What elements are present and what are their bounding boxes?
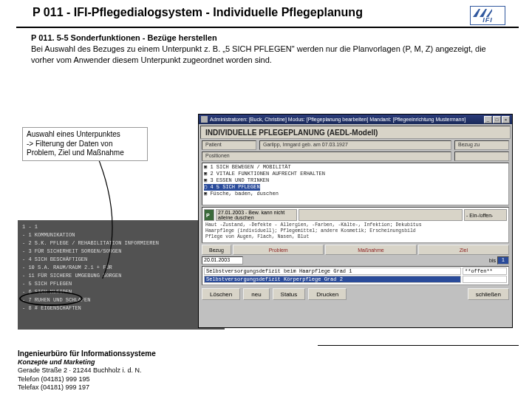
tree-row[interactable]: ▣ 3 ESSEN UND TRINKEN [204,177,507,184]
tree-row[interactable]: ▣ Füsche, baden, duschen [204,191,507,197]
app-icon [201,116,208,123]
detail-text: Haut -Zustand, -Defekte - Allergien, -Fa… [204,222,507,241]
footer-company: Ingenieurbüro für Informationssysteme [18,349,156,359]
tree-row[interactable]: ▣ 1 SICH BEWEGEN / MOBILITÄT [204,164,507,171]
tree-row[interactable]: ▢ 4 5 SICH PFLEGEN [204,184,507,191]
p-date: 27.01.2003 - Bew. kann nicht alleine dus… [216,209,297,221]
date-from[interactable]: 20.01.2003 [202,256,243,265]
paragraph: Bei Auswahl des Bezuges zu einem Unterpu… [31,44,510,66]
footer-dept: Konzepte und Marketing [18,358,156,366]
close-button[interactable]: × [502,116,510,123]
bezug-label: Bezug zu [454,140,509,150]
p-letter: P [204,209,214,221]
window-title: Administratoren: [Buck, Christine] Modus… [210,117,466,122]
tab-bezug[interactable]: Bezug [202,245,231,255]
ifi-logo: IFI [470,6,505,25]
page-number[interactable]: 1 [497,256,509,265]
detail-panel: P 27.01.2003 - Bew. kann nicht alleine d… [202,207,509,243]
result-grid[interactable]: Selbstversorgungsdefizit beim Haarpflege… [202,266,509,285]
page-title: P 011 - IFI-Pflegedialogsystem - Individ… [33,6,470,19]
tree-row[interactable]: ▣ 2 VITALE FUNKTIONEN AUFRECHT ERHALTEN [204,171,507,177]
p-fill [299,209,463,221]
tab-problem[interactable]: Problem [233,245,324,255]
subheading: P 011. 5-5 Sonderfunktionen - Bezüge her… [31,33,510,44]
grid-cell[interactable] [463,276,507,283]
tree-scroll-hdr [454,151,509,161]
background-list: 1 - 1 - 1 KOMMUNIKATION - 2 S.K. PFLEGE … [18,220,225,330]
tab-ziel[interactable]: Ziel [418,245,509,255]
footer-rule [318,345,519,346]
grid-cell[interactable]: Selbstversorgungsdefizit Körperpflege Gr… [204,276,461,283]
position-tree[interactable]: ▣ 1 SICH BEWEGEN / MOBILITÄT ▣ 2 VITALE … [202,163,509,205]
bis-label: bis [489,258,496,263]
p-suffix: - Ein-/offen- [464,209,507,221]
footer: Ingenieurbüro für Informationssysteme Ko… [18,349,156,392]
schliessen-button[interactable]: schließen [468,288,509,300]
app-screenshot: Administratoren: [Buck, Christine] Modus… [198,114,513,328]
module-banner: INDIVIDUELLE PFLEGEPLANUNG (AEDL-Modell) [200,126,511,139]
grid-cell[interactable]: Selbstversorgungsdefizit beim Haarpflege… [204,267,461,275]
neu-button[interactable]: neu [243,288,269,300]
footer-fax: Telefax (04181) 999 197 [18,383,156,392]
minimize-button[interactable]: _ [484,116,492,123]
body-text: P 011. 5-5 Sonderfunktionen - Bezüge her… [0,28,532,66]
footer-address: Gerade Straße 2 · 21244 Buchholz i. d. N… [18,366,156,375]
tab-massnahme[interactable]: Maßnahme [325,245,416,255]
callout-box: Auswahl eines Unterpunktes -> Filterung … [22,127,148,161]
window-titlebar: Administratoren: [Buck, Christine] Modus… [199,115,512,124]
tree-header: Positionen [202,151,451,161]
patient-label: Patient [202,140,256,150]
loeschen-button[interactable]: Löschen [202,288,240,300]
patient-value: Garlipp, Irmgard geb. am 07.03.1927 [259,140,451,150]
maximize-button[interactable]: □ [493,116,501,123]
footer-phone: Telefon (04181) 999 195 [18,375,156,383]
drucken-button[interactable]: Drucken [308,288,347,300]
tab-row: Bezug Problem Maßnahme Ziel [202,245,509,255]
grid-cell[interactable]: **offen** [463,267,507,275]
status-button[interactable]: Status [273,288,306,300]
